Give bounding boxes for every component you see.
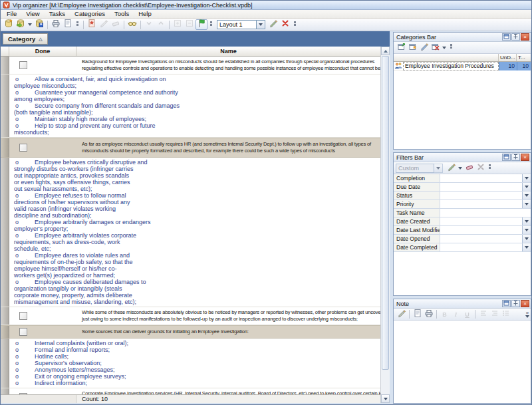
- close-button[interactable]: ×: [521, 154, 529, 161]
- menu-file[interactable]: File: [2, 10, 21, 18]
- print-note-icon: [424, 309, 434, 321]
- main-toolbar: Layout 1: [1, 19, 531, 31]
- section-heading-row[interactable]: Some sources that can deliver grounds fo…: [1, 325, 380, 338]
- pin-button[interactable]: [511, 154, 520, 161]
- pin-button[interactable]: [511, 300, 520, 307]
- pin-button[interactable]: [511, 33, 520, 41]
- task-checkbox[interactable]: [19, 312, 27, 320]
- bullet-text: Internal complaints (written or oral);: [35, 340, 128, 346]
- scrollbar-thumb[interactable]: [382, 56, 389, 370]
- scroll-down-button[interactable]: [381, 394, 390, 403]
- filter-dropdown-button[interactable]: [522, 217, 531, 225]
- float-button[interactable]: [502, 154, 511, 161]
- filter-dropdown-button[interactable]: [522, 226, 531, 234]
- delete-layout-button[interactable]: [279, 19, 291, 30]
- filters-toolbar: Custom: [394, 162, 531, 174]
- task-checkbox[interactable]: [19, 328, 27, 336]
- open-database-button[interactable]: [15, 19, 27, 30]
- filter-value-field[interactable]: [440, 217, 522, 225]
- category-row[interactable]: Employee Investigation Procedures1010: [394, 62, 531, 70]
- close-button[interactable]: ×: [521, 300, 529, 307]
- row-indicator: [1, 307, 9, 325]
- filter-value-field[interactable]: [440, 174, 522, 182]
- filter-dropdown-button[interactable]: [522, 174, 531, 182]
- bullet-list-row[interactable]: oInternal complaints (written or oral);o…: [1, 338, 380, 388]
- section-heading-row[interactable]: As far as employee misconduct usually re…: [1, 138, 380, 158]
- print-button[interactable]: [50, 19, 62, 30]
- delete-category-button[interactable]: [430, 43, 441, 53]
- filter-value-field[interactable]: [440, 192, 522, 200]
- print-preview-icon: [63, 19, 72, 31]
- note-editor[interactable]: [394, 321, 531, 403]
- scroll-up-icon: [384, 50, 388, 53]
- task-row[interactable]: Background for Employee Investigations o…: [1, 57, 380, 74]
- filter-dropdown-button[interactable]: [522, 200, 531, 208]
- task-checkbox[interactable]: [19, 144, 27, 152]
- add-subcategory-icon: [408, 42, 418, 54]
- undone-column-header[interactable]: UnD...: [499, 54, 517, 61]
- edit-note-button[interactable]: [396, 309, 407, 319]
- clear-filter-button[interactable]: [464, 163, 475, 173]
- filter-dropdown-button[interactable]: [522, 183, 531, 191]
- bullet-list-row[interactable]: oEmployee behaves critically disruptive …: [1, 158, 380, 307]
- filter-label: Due Date: [394, 183, 440, 191]
- move-down-button: [143, 19, 155, 30]
- apply-filter-button[interactable]: [446, 163, 457, 173]
- bullet-list-row[interactable]: oAllow a consistent, fair, and quick inv…: [1, 74, 380, 138]
- vertical-scrollbar[interactable]: [380, 47, 390, 403]
- menu-tasks[interactable]: Tasks: [45, 10, 70, 18]
- new-database-button[interactable]: [3, 19, 15, 30]
- print-preview-button[interactable]: [62, 19, 74, 30]
- edit-layout-button[interactable]: [267, 19, 279, 30]
- group-by-category-button[interactable]: Category △: [3, 33, 48, 45]
- done-column-header[interactable]: Done: [9, 47, 76, 56]
- menu-help[interactable]: Help: [134, 10, 156, 18]
- filter-value-field[interactable]: [440, 209, 531, 217]
- filter-value-field[interactable]: [440, 200, 522, 208]
- bullet-text: Supervisor's observation;: [35, 360, 102, 366]
- name-column-header[interactable]: Name: [76, 47, 380, 56]
- bullet-line: oAnonymous letters/messages;: [14, 366, 378, 373]
- category-name-column-header[interactable]: [394, 54, 499, 61]
- menu-view[interactable]: View: [21, 10, 44, 18]
- view-button[interactable]: [126, 19, 138, 30]
- layout-combobox-value[interactable]: Layout 1: [217, 20, 257, 29]
- filter-value-field[interactable]: [440, 235, 522, 243]
- filter-value-field[interactable]: [440, 243, 522, 251]
- dropdown-caret-icon[interactable]: [442, 47, 446, 49]
- add-category-button[interactable]: [396, 43, 407, 53]
- task-row[interactable]: While some of these misconducts are abso…: [1, 307, 380, 325]
- total-column-header[interactable]: T...: [517, 54, 531, 61]
- bullet-text: Employee causes deliberated damages to: [35, 279, 146, 285]
- toolbar-overflow-button[interactable]: »: [525, 311, 531, 318]
- bullet-line: among employees;: [14, 96, 378, 102]
- print-note-button[interactable]: [423, 309, 434, 319]
- float-button[interactable]: [502, 300, 511, 307]
- menu-tools[interactable]: Tools: [110, 10, 134, 18]
- float-button[interactable]: [502, 33, 511, 41]
- insert-object-button[interactable]: [412, 309, 423, 319]
- filter-dropdown-button[interactable]: [522, 243, 531, 251]
- task-row[interactable]: Corporate Employee Investigation service…: [1, 388, 380, 394]
- filter-value-field[interactable]: [440, 183, 522, 191]
- filters-panel-buttons: ×: [502, 154, 531, 161]
- filter-value-field[interactable]: [440, 226, 522, 234]
- toolbar-separator: [436, 310, 437, 319]
- categories-grid-header: UnD... T...: [394, 54, 531, 62]
- row-content: While some of these misconducts are abso…: [9, 307, 380, 325]
- bullet-marker: o: [14, 279, 35, 285]
- layout-combobox-dropdown-button[interactable]: [257, 20, 265, 29]
- new-task-button[interactable]: [86, 19, 98, 30]
- edit-category-button[interactable]: [418, 43, 430, 53]
- filter-dropdown-button[interactable]: [522, 192, 531, 200]
- flag-button[interactable]: [196, 19, 207, 30]
- add-subcategory-button[interactable]: [407, 43, 418, 53]
- menu-categories[interactable]: Categories: [70, 10, 110, 18]
- scroll-up-button[interactable]: [381, 47, 390, 55]
- dropdown-caret-icon[interactable]: [28, 23, 32, 26]
- filter-dropdown-button[interactable]: [522, 235, 531, 243]
- dropdown-caret-icon[interactable]: [458, 167, 462, 170]
- save-database-button[interactable]: [33, 19, 45, 30]
- close-button[interactable]: ×: [521, 33, 529, 41]
- task-checkbox[interactable]: [19, 61, 27, 69]
